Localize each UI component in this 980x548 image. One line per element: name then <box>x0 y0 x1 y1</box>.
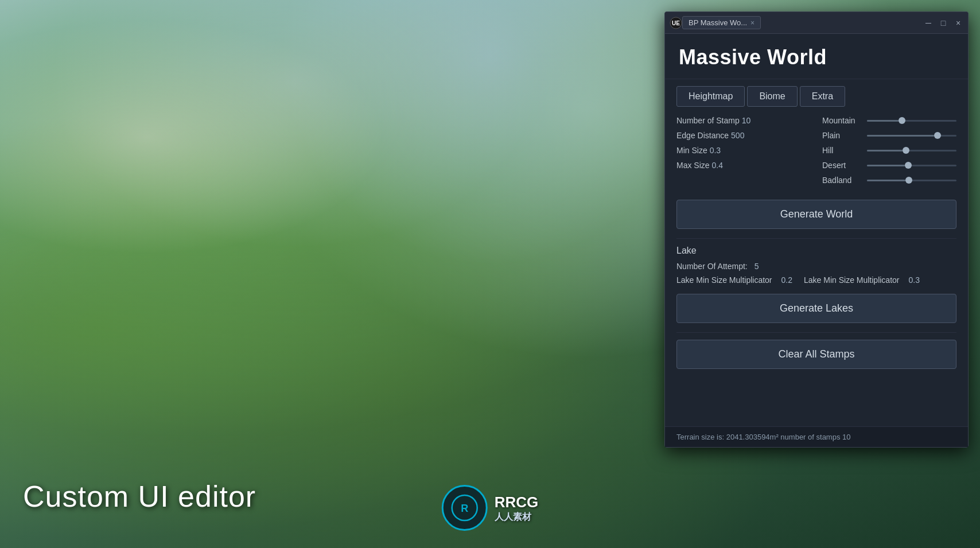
tab-extra[interactable]: Extra <box>800 86 845 107</box>
desert-label: Desert <box>822 161 862 170</box>
hill-label: Hill <box>822 146 862 155</box>
max-size-value: 0.4 <box>712 161 723 170</box>
badland-thumb <box>905 177 912 184</box>
plain-slider-row: Plain <box>822 131 956 140</box>
lake-min-size-label2: Lake Min Size Multiplicator <box>804 275 900 285</box>
status-text: Terrain size is: 2041.303594m² number of… <box>676 433 851 441</box>
number-of-attempt-label: Number Of Attempt: <box>676 262 748 271</box>
tab-heightmap[interactable]: Heightmap <box>676 86 745 107</box>
divider-1 <box>676 238 956 239</box>
lake-min-size-label1: Lake Min Size Multiplicator <box>676 275 772 285</box>
title-bar-controls: ─ □ × <box>923 18 963 28</box>
number-of-stamp-row: Number of Stamp 10 <box>676 116 811 125</box>
number-of-stamp-value: 10 <box>742 116 751 125</box>
edge-distance-row: Edge Distance 500 <box>676 131 811 140</box>
min-size-value: 0.3 <box>710 146 721 155</box>
max-size-row: Max Size 0.4 <box>676 161 811 170</box>
hill-fill <box>867 150 903 151</box>
tab-close-icon[interactable]: × <box>750 19 755 27</box>
number-of-attempt-row: Number Of Attempt: 5 <box>676 262 956 271</box>
title-bar: UE BP Massive Wo... × ─ □ × <box>665 12 968 34</box>
badland-fill <box>867 180 905 181</box>
tab-label: BP Massive Wo... <box>689 18 747 27</box>
min-size-row: Min Size 0.3 <box>676 146 811 155</box>
mountain-thumb <box>899 117 905 124</box>
panel-window: UE BP Massive Wo... × ─ □ × Massive Worl… <box>664 11 969 448</box>
plain-fill <box>867 135 934 137</box>
edge-distance-label: Edge Distance <box>676 131 729 140</box>
panel-title-section: Massive World <box>665 34 968 79</box>
badland-label: Badland <box>822 176 862 185</box>
tab-biome[interactable]: Biome <box>747 86 797 107</box>
desert-track[interactable] <box>867 165 956 166</box>
logo-icon: R <box>442 485 488 531</box>
min-size-label: Min Size <box>676 146 707 155</box>
generate-world-button[interactable]: Generate World <box>676 200 956 229</box>
panel-body: Number of Stamp 10 Edge Distance 500 Min… <box>665 107 968 387</box>
minimize-button[interactable]: ─ <box>923 18 934 28</box>
plain-track[interactable] <box>867 135 956 137</box>
right-col: Mountain Plain <box>822 116 956 191</box>
max-size-label: Max Size <box>676 161 710 170</box>
lake-section-title: Lake <box>676 246 956 256</box>
generate-lakes-button[interactable]: Generate Lakes <box>676 294 956 323</box>
svg-text:UE: UE <box>672 20 680 26</box>
mountain-fill <box>867 120 899 122</box>
svg-text:R: R <box>461 503 468 514</box>
mountain-label: Mountain <box>822 116 862 125</box>
hill-slider-row: Hill <box>822 146 956 155</box>
top-section: Number of Stamp 10 Edge Distance 500 Min… <box>676 116 956 191</box>
edge-distance-value: 500 <box>731 131 744 140</box>
lake-section: Lake Number Of Attempt: 5 Lake Min Size … <box>676 246 956 285</box>
mountain-track[interactable] <box>867 120 956 122</box>
hill-thumb <box>903 147 909 154</box>
plain-label: Plain <box>822 131 862 140</box>
number-of-stamp-label: Number of Stamp <box>676 116 740 125</box>
panel-title: Massive World <box>679 45 954 69</box>
status-bar: Terrain size is: 2041.303594m² number of… <box>665 426 968 447</box>
custom-ui-label: Custom UI editor <box>23 480 256 513</box>
title-bar-tab[interactable]: BP Massive Wo... × <box>682 16 761 29</box>
logo-text-block: RRCG 人人素材 <box>495 493 539 522</box>
lake-min-size-value1: 0.2 <box>781 275 792 285</box>
lake-min-size-value2: 0.3 <box>909 275 920 285</box>
close-button[interactable]: × <box>953 18 963 28</box>
tab-bar: Heightmap Biome Extra <box>665 79 968 107</box>
ue-icon: UE <box>670 17 682 29</box>
desert-thumb <box>905 162 912 169</box>
divider-2 <box>676 332 956 333</box>
plain-thumb <box>934 132 941 139</box>
mountain-slider-row: Mountain <box>822 116 956 125</box>
clear-all-stamps-button[interactable]: Clear All Stamps <box>676 340 956 369</box>
number-of-attempt-value: 5 <box>755 262 759 271</box>
logo-name: RRCG <box>495 493 539 511</box>
logo-section: R RRCG 人人素材 <box>442 485 539 531</box>
lake-min-size-row: Lake Min Size Multiplicator 0.2 Lake Min… <box>676 275 956 285</box>
desert-slider-row: Desert <box>822 161 956 170</box>
maximize-button[interactable]: □ <box>938 18 948 28</box>
panel-content: Massive World Heightmap Biome Extra Numb… <box>665 34 968 426</box>
badland-slider-row: Badland <box>822 176 956 185</box>
logo-subname: 人人素材 <box>495 511 539 522</box>
left-col: Number of Stamp 10 Edge Distance 500 Min… <box>676 116 811 191</box>
desert-fill <box>867 165 905 166</box>
badland-track[interactable] <box>867 180 956 181</box>
bottom-left-section: Custom UI editor <box>23 479 256 514</box>
hill-track[interactable] <box>867 150 956 151</box>
